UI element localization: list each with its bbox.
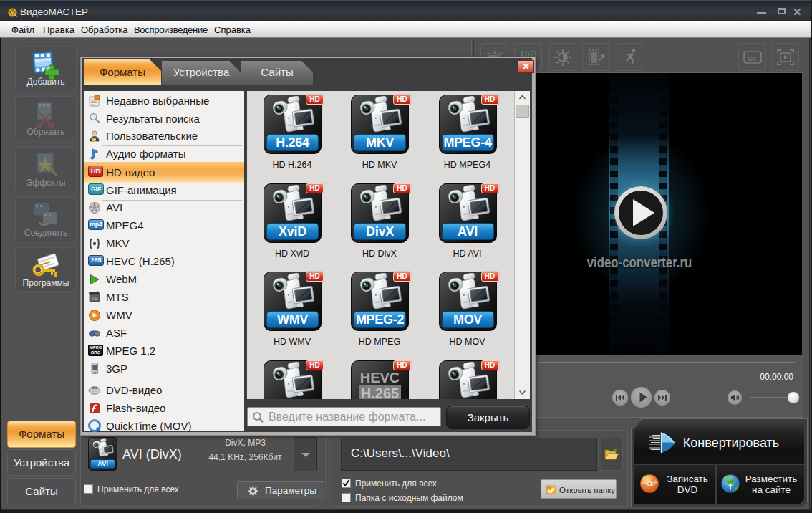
svg-text:GIF: GIF <box>747 54 758 62</box>
svg-text:dvd: dvd <box>92 386 97 390</box>
svg-text:TS: TS <box>92 296 98 301</box>
